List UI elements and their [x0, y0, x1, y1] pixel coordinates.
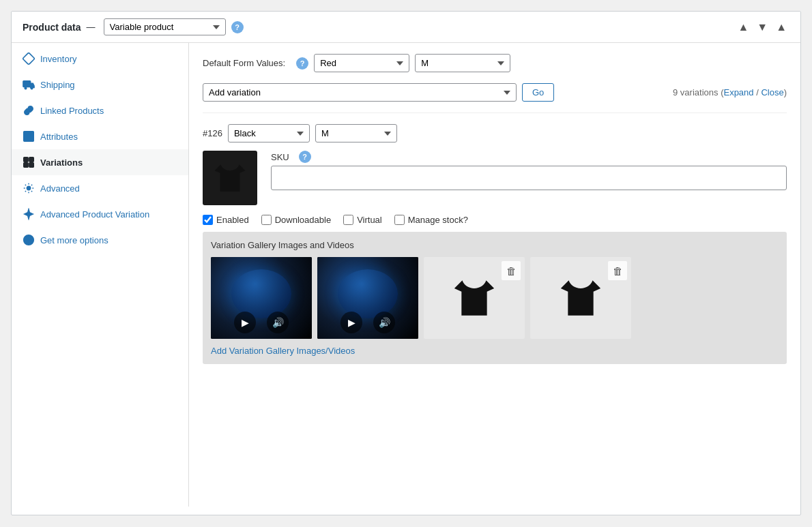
sku-section: SKU ?: [271, 151, 787, 205]
expand-button[interactable]: ▲: [773, 20, 789, 35]
variation-color-select[interactable]: Black Red Blue: [228, 124, 310, 142]
close-link[interactable]: Close: [761, 87, 783, 97]
diamond-icon: [23, 52, 35, 65]
svg-rect-1: [23, 81, 31, 87]
svg-rect-11: [29, 163, 33, 167]
add-variation-row: Add variation Add all variations Go 9 va…: [203, 83, 787, 113]
downloadable-checkbox-label[interactable]: Downloadable: [261, 215, 331, 225]
gallery-grid: ▶ 🔊 ▶ 🔊: [211, 257, 779, 339]
sidebar-item-advanced[interactable]: Advanced: [12, 175, 188, 201]
sku-label: SKU: [271, 152, 289, 162]
link-icon: [23, 104, 35, 117]
product-data-header: Product data — Variable product Simple p…: [12, 12, 800, 43]
size-select[interactable]: S M L XL: [415, 54, 510, 72]
variation-image[interactable]: [203, 151, 257, 205]
default-form-values-row: Default Form Values: ? Red Black Blue Wh…: [203, 54, 787, 72]
sku-label-row: SKU ?: [271, 151, 787, 163]
sidebar-item-shipping[interactable]: Shipping: [12, 72, 188, 97]
video-overlay-2: ▶ 🔊: [317, 312, 418, 333]
gallery-item-video-2[interactable]: ▶ 🔊: [317, 257, 418, 339]
sidebar-item-linked-products[interactable]: Linked Products: [12, 97, 188, 123]
svg-point-3: [31, 87, 33, 89]
enabled-label: Enabled: [216, 215, 249, 225]
sidebar: Inventory Shipping Linked Products: [12, 43, 189, 507]
tshirt-image-2: [557, 274, 605, 322]
collapse-up-button[interactable]: ▲: [735, 20, 751, 35]
default-form-values-label: Default Form Values:: [203, 58, 285, 68]
default-form-help-icon[interactable]: ?: [296, 57, 308, 70]
sidebar-label-linked-products: Linked Products: [40, 106, 104, 116]
delete-button-2[interactable]: 🗑: [608, 261, 627, 280]
sidebar-item-attributes[interactable]: Attributes: [12, 123, 188, 149]
sidebar-label-variations: Variations: [40, 157, 83, 168]
enabled-checkbox-label[interactable]: Enabled: [203, 215, 249, 225]
sku-input[interactable]: [271, 166, 787, 190]
gallery-item-video-1[interactable]: ▶ 🔊: [211, 257, 312, 339]
sku-help-icon[interactable]: ?: [299, 151, 311, 163]
svg-rect-10: [24, 163, 28, 167]
sparkle-icon: [23, 208, 35, 220]
variations-count-text: 9 variations: [673, 87, 718, 97]
sidebar-item-get-more-options[interactable]: Get more options: [12, 227, 188, 253]
play-button-1[interactable]: ▶: [234, 312, 256, 333]
product-data-body: Inventory Shipping Linked Products: [12, 43, 800, 507]
gallery-section: Variation Gallery Images and Videos ▶ 🔊: [203, 232, 787, 364]
go-button[interactable]: Go: [522, 83, 554, 102]
product-data-dash: —: [87, 22, 96, 32]
svg-rect-4: [24, 132, 33, 141]
virtual-checkbox[interactable]: [343, 215, 353, 225]
sidebar-label-shipping: Shipping: [40, 80, 75, 90]
enabled-checkbox[interactable]: [203, 215, 213, 225]
add-variation-select[interactable]: Add variation Add all variations: [203, 83, 517, 102]
volume-button-2[interactable]: 🔊: [373, 312, 395, 333]
sidebar-label-attributes: Attributes: [40, 132, 78, 142]
truck-icon: [23, 78, 35, 91]
svg-rect-0: [23, 52, 35, 65]
sidebar-label-inventory: Inventory: [40, 54, 76, 64]
variation-body: SKU ?: [203, 151, 787, 205]
product-type-select[interactable]: Variable product Simple product Grouped …: [104, 18, 226, 35]
gallery-label: Variation Gallery Images and Videos: [211, 240, 779, 250]
gallery-item-image-1[interactable]: 🗑: [424, 257, 525, 339]
delete-button-1[interactable]: 🗑: [502, 261, 521, 280]
virtual-label: Virtual: [357, 215, 382, 225]
downloadable-label: Downloadable: [275, 215, 331, 225]
product-data-panel: Product data — Variable product Simple p…: [11, 11, 801, 515]
plus-icon: [23, 234, 35, 246]
product-type-help-icon[interactable]: ?: [231, 21, 244, 33]
gallery-item-image-2[interactable]: 🗑: [530, 257, 631, 339]
manage-stock-label: Manage stock?: [408, 215, 468, 225]
main-content: Default Form Values: ? Red Black Blue Wh…: [189, 43, 800, 507]
svg-point-2: [25, 87, 27, 89]
manage-stock-checkbox-label[interactable]: Manage stock?: [394, 215, 468, 225]
table-icon: [23, 130, 35, 142]
grid-icon: [23, 156, 35, 168]
svg-point-12: [27, 186, 30, 190]
variation-size-select[interactable]: S M L XL: [315, 124, 397, 142]
sidebar-item-inventory[interactable]: Inventory: [12, 46, 188, 72]
downloadable-checkbox[interactable]: [261, 215, 272, 225]
manage-stock-checkbox[interactable]: [394, 215, 405, 225]
header-controls: ▲ ▼ ▲: [735, 20, 789, 35]
volume-button-1[interactable]: 🔊: [267, 312, 289, 333]
checkboxes-row: Enabled Downloadable Virtual Manage stoc…: [203, 215, 787, 225]
sidebar-label-advanced: Advanced: [40, 183, 80, 194]
variation-header: #126 Black Red Blue S M L XL: [203, 124, 787, 142]
collapse-down-button[interactable]: ▼: [754, 20, 770, 35]
sidebar-label-advanced-product-variation: Advanced Product Variation: [40, 209, 149, 220]
sidebar-label-get-more-options: Get more options: [40, 235, 108, 245]
virtual-checkbox-label[interactable]: Virtual: [343, 215, 382, 225]
tshirt-image-1: [450, 274, 498, 322]
add-gallery-link[interactable]: Add Variation Gallery Images/Videos: [211, 346, 779, 356]
tshirt-icon: [212, 160, 248, 196]
svg-rect-8: [24, 157, 28, 162]
sidebar-item-variations[interactable]: Variations: [12, 149, 188, 175]
play-button-2[interactable]: ▶: [340, 312, 362, 333]
video-overlay-1: ▶ 🔊: [211, 312, 312, 333]
product-data-label: Product data: [23, 22, 81, 33]
expand-link[interactable]: Expand: [723, 87, 753, 97]
svg-rect-9: [29, 157, 33, 162]
sidebar-item-advanced-product-variation[interactable]: Advanced Product Variation: [12, 201, 188, 227]
gear-icon: [23, 182, 35, 194]
color-select[interactable]: Red Black Blue White: [314, 54, 409, 72]
